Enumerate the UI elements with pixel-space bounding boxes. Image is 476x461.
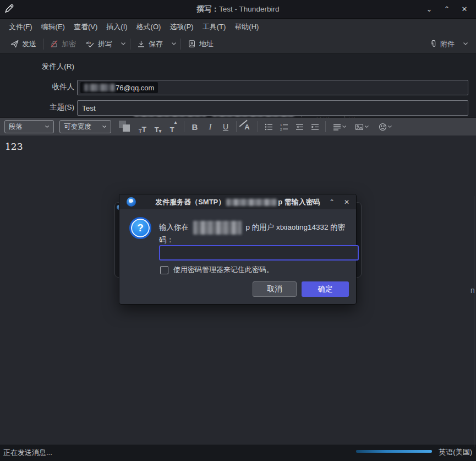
remember-password-row[interactable]: 使用密码管理器来记住此密码。 [160, 265, 273, 275]
menu-help[interactable]: 帮助(H) [230, 19, 263, 35]
question-icon: ? [129, 217, 151, 239]
font-width-select[interactable]: 可变宽度 [59, 120, 111, 133]
subject-input[interactable] [78, 101, 468, 115]
insert-image-dropdown[interactable] [351, 120, 373, 134]
menu-insert[interactable]: 插入(I) [102, 19, 132, 35]
window-title-app: 撰写： [197, 5, 220, 13]
alignment-dropdown[interactable] [329, 120, 350, 134]
body-text: 123 [5, 141, 23, 152]
save-dropdown[interactable] [168, 36, 179, 52]
menu-format[interactable]: 格式(O) [132, 19, 166, 35]
redacted-recipient [84, 84, 115, 91]
from-label: 发件人(R) [0, 62, 74, 72]
compose-window: 撰写：Test - Thunderbird ⌄ ⌃ ✕ 文件(F) 编辑(E) … [0, 0, 476, 461]
smiley-dropdown[interactable] [374, 120, 396, 134]
bold-button[interactable]: B [188, 120, 202, 134]
save-button[interactable]: 保存 [132, 36, 168, 52]
password-input[interactable] [159, 245, 359, 261]
remember-password-checkbox[interactable] [160, 266, 168, 274]
titlebar: 撰写：Test - Thunderbird ⌄ ⌃ ✕ [0, 0, 476, 19]
spellcheck-icon: ab [86, 40, 95, 48]
send-button[interactable]: 发送 [6, 36, 41, 52]
attach-button[interactable]: 附件 [425, 36, 459, 52]
decrease-font-button[interactable]: T▾ [151, 120, 165, 134]
dialog-titlebar: 发件服务器（SMTP）p 需输入密码 ⌄ ⌃ ✕ [119, 194, 356, 209]
remember-password-label: 使用密码管理器来记住此密码。 [173, 265, 273, 275]
maximize-button[interactable]: ⌃ [441, 3, 453, 15]
subject-label: 主题(S) [0, 102, 74, 112]
subject-input-wrap [77, 100, 468, 116]
numbered-list-button[interactable]: 1 2 [277, 120, 291, 134]
indent-button[interactable] [308, 120, 322, 134]
spell-button[interactable]: ab 拼写 [81, 36, 117, 52]
window-title-doc: Test - Thunderbird [219, 5, 279, 13]
address-book-icon [188, 40, 196, 48]
encrypt-lock-icon [50, 40, 58, 48]
status-message: 正在发送消息... [3, 448, 52, 458]
svg-text:2: 2 [280, 128, 282, 131]
menu-view[interactable]: 查看(V) [69, 19, 102, 35]
window-title: 撰写：Test - Thunderbird [0, 0, 476, 18]
dialog-close-button[interactable]: ✕ [342, 197, 352, 207]
spell-dropdown[interactable] [117, 36, 128, 52]
save-icon [137, 40, 145, 48]
toolbar-separator [180, 39, 181, 50]
locale-indicator[interactable]: 英语(美国) [439, 444, 472, 460]
send-progress-bar [356, 450, 432, 453]
to-input[interactable]: 76@qq.com [77, 80, 468, 95]
dialog-minimize-button[interactable]: ⌄ [312, 197, 322, 207]
underline-button[interactable]: U [218, 120, 233, 134]
message-headers: 发件人(R) NoneBot GUI < 抄送 密送 » 收件人 76@qq.c… [0, 53, 476, 117]
menu-tools[interactable]: 工具(T) [198, 19, 231, 35]
redacted-smtp-host [226, 199, 277, 206]
ok-button[interactable]: 确定 [302, 281, 349, 297]
toolbar-separator [43, 39, 43, 50]
svg-text:1: 1 [280, 123, 282, 127]
to-label: 收件人 [0, 82, 74, 92]
menu-edit[interactable]: 编辑(E) [37, 19, 69, 35]
svg-text:ab: ab [86, 40, 91, 45]
font-size-button[interactable]: TT [135, 120, 150, 134]
compose-toolbar: 发送 加密 ab 拼写 [0, 35, 476, 53]
minimize-button[interactable]: ⌄ [423, 3, 435, 15]
cancel-button[interactable]: 取消 [253, 281, 297, 297]
italic-button[interactable]: I [203, 120, 217, 134]
dialog-maximize-button[interactable]: ⌃ [327, 197, 337, 207]
paragraph-select[interactable]: 段落 [4, 120, 54, 133]
paperclip-icon [430, 40, 437, 48]
outdent-button[interactable] [292, 120, 307, 134]
remove-formatting-button[interactable]: A [240, 120, 254, 134]
menubar: 文件(F) 编辑(E) 查看(V) 插入(I) 格式(O) 选项(P) 工具(T… [0, 19, 476, 35]
dialog-prompt: 输入你在 p 的用户 xtxiaoting14332 的密码： [159, 221, 352, 245]
close-button[interactable]: ✕ [458, 3, 470, 15]
increase-font-button[interactable]: T▴ [166, 120, 180, 134]
redacted-host [193, 221, 242, 235]
menu-options[interactable]: 选项(P) [165, 19, 198, 35]
attach-dropdown[interactable] [459, 36, 470, 52]
password-dialog: 发件服务器（SMTP）p 需输入密码 ⌄ ⌃ ✕ ? 输入你在 p 的用户 xt… [119, 194, 357, 305]
recipient-chip[interactable]: 76@qq.com [80, 82, 158, 93]
format-toolbar: 段落 可变宽度 TT T▾ T▴ B I U A 1 2 [0, 117, 476, 135]
send-icon [10, 40, 19, 48]
address-button[interactable]: 地址 [183, 36, 218, 52]
background-window-text-fragment: n [470, 286, 475, 295]
encrypt-button[interactable]: 加密 [45, 36, 81, 52]
background-window-edge [474, 196, 474, 447]
toolbar-separator [130, 39, 130, 50]
menu-file[interactable]: 文件(F) [4, 19, 37, 35]
bullet-list-button[interactable] [261, 120, 276, 134]
text-color-picker[interactable] [119, 121, 131, 133]
